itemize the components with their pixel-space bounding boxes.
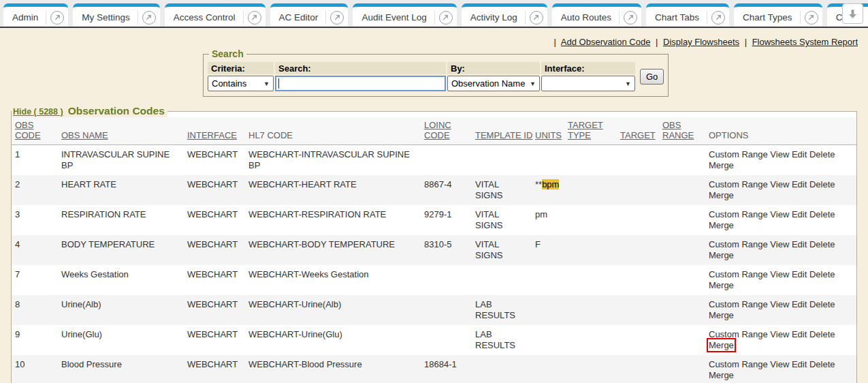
link-add-observation-code[interactable]: Add Observation Code — [561, 37, 651, 47]
sort-link-target-type[interactable]: TARGET TYPE — [568, 120, 603, 140]
option-view[interactable]: View — [770, 359, 789, 369]
link-separator: | — [554, 37, 556, 47]
option-merge[interactable]: Merge — [709, 310, 734, 320]
open-in-new-window-icon[interactable] — [439, 11, 453, 25]
units-text: F — [535, 239, 541, 249]
option-delete[interactable]: Delete — [809, 269, 835, 279]
sort-link-target[interactable]: TARGET — [620, 130, 656, 140]
open-in-new-window-icon[interactable] — [330, 11, 344, 25]
option-edit[interactable]: Edit — [792, 329, 807, 339]
option-custom-range[interactable]: Custom Range — [709, 269, 768, 279]
option-delete[interactable]: Delete — [809, 149, 835, 159]
tab-label: AC Editor — [279, 12, 319, 22]
option-merge[interactable]: Merge — [709, 370, 734, 380]
option-delete[interactable]: Delete — [809, 329, 835, 339]
option-custom-range[interactable]: Custom Range — [709, 329, 768, 339]
option-edit[interactable]: Edit — [792, 209, 807, 219]
option-merge[interactable]: Merge — [709, 220, 734, 230]
tab-chart-tabs[interactable]: Chart Tabs — [646, 3, 729, 28]
option-delete[interactable]: Delete — [809, 209, 835, 219]
tab-chart-types[interactable]: Chart Types — [734, 3, 822, 28]
tab-admin[interactable]: Admin — [3, 3, 68, 28]
cell-loinc-code: 8867-4 — [421, 175, 472, 205]
option-view[interactable]: View — [770, 239, 789, 249]
option-view[interactable]: View — [770, 329, 789, 339]
option-custom-range[interactable]: Custom Range — [709, 179, 768, 189]
tab-auto-routes[interactable]: Auto Routes — [552, 3, 641, 28]
cell-target-type — [564, 355, 617, 383]
tab-audit-event-log[interactable]: Audit Event Log — [353, 3, 456, 28]
option-delete[interactable]: Delete — [809, 299, 835, 309]
option-merge[interactable]: Merge — [709, 250, 734, 260]
sort-link-obs-code[interactable]: OBS CODE — [15, 120, 41, 140]
sort-link-units[interactable]: UNITS — [535, 130, 562, 140]
sort-link-obs-name[interactable]: OBS NAME — [61, 130, 108, 140]
go-button[interactable]: Go — [640, 69, 664, 85]
cell-obs-range — [659, 265, 705, 295]
cell-target — [617, 175, 659, 205]
cell-obs-name: RESPIRATION RATE — [58, 205, 184, 235]
cell-target — [617, 355, 659, 383]
cell-template-id: VITAL SIGNS — [472, 175, 532, 205]
option-custom-range[interactable]: Custom Range — [709, 359, 768, 369]
cell-template-id: VITAL SIGNS — [472, 205, 532, 235]
cell-target-type — [564, 235, 617, 265]
by-select[interactable]: Observation Name ▼ — [447, 76, 540, 91]
option-merge[interactable]: Merge — [709, 280, 734, 290]
open-in-new-window-icon[interactable] — [530, 11, 543, 25]
option-edit[interactable]: Edit — [792, 149, 807, 159]
link-flowsheets-system-report[interactable]: Flowsheets System Report — [752, 37, 858, 47]
cell-interface: WEBCHART — [184, 325, 245, 355]
option-view[interactable]: View — [770, 209, 789, 219]
option-view[interactable]: View — [770, 179, 789, 189]
option-view[interactable]: View — [770, 299, 789, 309]
option-edit[interactable]: Edit — [792, 299, 807, 309]
option-edit[interactable]: Edit — [792, 239, 807, 249]
open-in-new-window-icon[interactable] — [142, 11, 156, 25]
table-row: 10Blood PressureWEBCHARTWEBCHART-Blood P… — [12, 355, 856, 383]
criteria-select-value: Contains — [212, 78, 246, 89]
option-merge[interactable]: Merge — [709, 340, 734, 350]
tab-my-settings[interactable]: My Settings — [73, 3, 160, 28]
option-view[interactable]: View — [770, 269, 789, 279]
open-in-new-window-icon[interactable] — [805, 11, 818, 25]
option-delete[interactable]: Delete — [809, 359, 835, 369]
tab-ac-editor[interactable]: AC Editor — [270, 3, 349, 28]
option-delete[interactable]: Delete — [809, 239, 835, 249]
option-merge[interactable]: Merge — [709, 190, 734, 200]
option-edit[interactable]: Edit — [792, 269, 807, 279]
option-delete[interactable]: Delete — [809, 179, 835, 189]
cell-obs-code: 3 — [12, 205, 58, 235]
sort-link-loinc-code[interactable]: LOINC CODE — [424, 120, 451, 140]
option-edit[interactable]: Edit — [792, 359, 807, 369]
option-custom-range[interactable]: Custom Range — [709, 299, 768, 309]
option-custom-range[interactable]: Custom Range — [709, 149, 768, 159]
sort-link-obs-range[interactable]: OBS RANGE — [662, 120, 694, 140]
hide-count-link[interactable]: Hide ( 5288 ) — [13, 107, 63, 117]
open-in-new-window-icon[interactable] — [624, 11, 637, 25]
link-display-flowsheets[interactable]: Display Flowsheets — [663, 37, 739, 47]
interface-select[interactable]: ▼ — [541, 76, 635, 91]
open-in-new-window-icon[interactable] — [248, 11, 261, 25]
tab-access-control[interactable]: Access Control — [165, 3, 266, 28]
criteria-select[interactable]: Contains ▼ — [208, 76, 274, 91]
cell-template-id: LAB RESULTS — [472, 325, 532, 355]
cell-obs-range — [659, 295, 705, 325]
sort-link-interface[interactable]: INTERFACE — [187, 130, 237, 140]
open-in-new-window-icon[interactable] — [50, 11, 64, 25]
open-in-new-window-icon[interactable] — [711, 11, 725, 25]
option-custom-range[interactable]: Custom Range — [709, 239, 768, 249]
option-view[interactable]: View — [770, 149, 789, 159]
option-custom-range[interactable]: Custom Range — [709, 209, 768, 219]
cell-obs-name: Urine(Alb) — [58, 295, 184, 325]
option-edit[interactable]: Edit — [792, 179, 807, 189]
tab-activity-log[interactable]: Activity Log — [462, 3, 547, 28]
cell-target-type — [564, 295, 617, 325]
tab-overflow-button[interactable] — [842, 3, 863, 24]
option-merge[interactable]: Merge — [709, 160, 734, 170]
cell-loinc-code — [421, 145, 472, 176]
cell-options: Custom Range View Edit Delete Merge — [705, 205, 856, 235]
sort-link-template-id[interactable]: TEMPLATE ID — [475, 130, 532, 140]
search-input[interactable] — [275, 76, 446, 91]
cell-hl7-code: WEBCHART-HEART RATE — [245, 175, 421, 205]
